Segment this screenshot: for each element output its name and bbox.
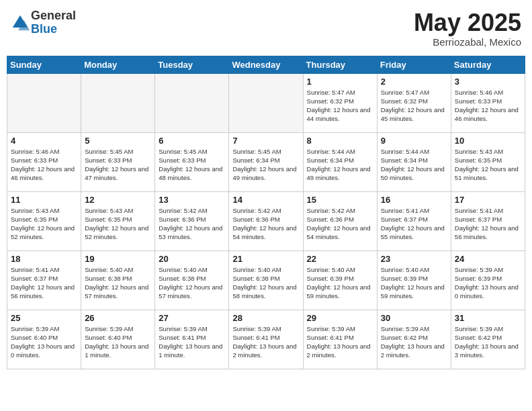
weekday-header: Monday (81, 56, 155, 73)
calendar-day-cell (7, 73, 81, 132)
calendar-day-cell: 20Sunrise: 5:40 AM Sunset: 6:38 PM Dayli… (155, 250, 229, 310)
calendar-day-cell: 26Sunrise: 5:39 AM Sunset: 6:40 PM Dayli… (81, 310, 155, 369)
day-number: 15 (307, 195, 373, 205)
day-info: Sunrise: 5:39 AM Sunset: 6:39 PM Dayligh… (455, 265, 521, 301)
calendar-day-cell: 14Sunrise: 5:42 AM Sunset: 6:36 PM Dayli… (229, 191, 303, 250)
day-info: Sunrise: 5:39 AM Sunset: 6:41 PM Dayligh… (307, 324, 373, 360)
day-info: Sunrise: 5:45 AM Sunset: 6:33 PM Dayligh… (159, 147, 225, 183)
day-info: Sunrise: 5:42 AM Sunset: 6:36 PM Dayligh… (159, 206, 225, 242)
calendar-week-row: 1Sunrise: 5:47 AM Sunset: 6:32 PM Daylig… (7, 73, 525, 132)
day-number: 4 (11, 136, 77, 146)
day-info: Sunrise: 5:44 AM Sunset: 6:34 PM Dayligh… (307, 147, 373, 183)
calendar-day-cell: 27Sunrise: 5:39 AM Sunset: 6:41 PM Dayli… (155, 310, 229, 369)
day-info: Sunrise: 5:44 AM Sunset: 6:34 PM Dayligh… (381, 147, 447, 183)
day-number: 25 (11, 313, 77, 323)
day-number: 24 (455, 254, 521, 264)
day-number: 27 (159, 313, 225, 323)
day-info: Sunrise: 5:43 AM Sunset: 6:35 PM Dayligh… (455, 147, 521, 183)
logo: General Blue (11, 9, 76, 36)
calendar-day-cell: 9Sunrise: 5:44 AM Sunset: 6:34 PM Daylig… (377, 132, 451, 191)
logo-general-text: General (31, 9, 76, 23)
day-number: 17 (455, 195, 521, 205)
calendar-day-cell: 8Sunrise: 5:44 AM Sunset: 6:34 PM Daylig… (303, 132, 377, 191)
day-info: Sunrise: 5:45 AM Sunset: 6:33 PM Dayligh… (85, 147, 151, 183)
day-info: Sunrise: 5:42 AM Sunset: 6:36 PM Dayligh… (232, 206, 299, 242)
day-info: Sunrise: 5:40 AM Sunset: 6:38 PM Dayligh… (232, 265, 299, 301)
day-number: 30 (381, 313, 447, 323)
day-number: 7 (232, 136, 299, 146)
weekday-header: Thursday (303, 56, 377, 73)
calendar-day-cell (81, 73, 155, 132)
day-info: Sunrise: 5:39 AM Sunset: 6:42 PM Dayligh… (455, 324, 521, 360)
day-info: Sunrise: 5:43 AM Sunset: 6:35 PM Dayligh… (85, 206, 151, 242)
calendar-day-cell: 1Sunrise: 5:47 AM Sunset: 6:32 PM Daylig… (303, 73, 377, 132)
calendar-day-cell: 13Sunrise: 5:42 AM Sunset: 6:36 PM Dayli… (155, 191, 229, 250)
weekday-header: Saturday (451, 56, 525, 73)
calendar-day-cell: 5Sunrise: 5:45 AM Sunset: 6:33 PM Daylig… (81, 132, 155, 191)
day-number: 3 (455, 77, 521, 87)
calendar-day-cell: 10Sunrise: 5:43 AM Sunset: 6:35 PM Dayli… (451, 132, 525, 191)
calendar-day-cell: 17Sunrise: 5:41 AM Sunset: 6:37 PM Dayli… (451, 191, 525, 250)
day-info: Sunrise: 5:41 AM Sunset: 6:37 PM Dayligh… (11, 265, 77, 301)
day-number: 28 (232, 313, 299, 323)
calendar-day-cell: 6Sunrise: 5:45 AM Sunset: 6:33 PM Daylig… (155, 132, 229, 191)
day-number: 20 (159, 254, 225, 264)
day-info: Sunrise: 5:45 AM Sunset: 6:34 PM Dayligh… (232, 147, 299, 183)
day-info: Sunrise: 5:47 AM Sunset: 6:32 PM Dayligh… (381, 88, 447, 124)
day-number: 16 (381, 195, 447, 205)
calendar-day-cell: 15Sunrise: 5:42 AM Sunset: 6:36 PM Dayli… (303, 191, 377, 250)
title-block: May 2025 Berriozabal, Mexico (414, 9, 521, 48)
weekday-header: Wednesday (229, 56, 303, 73)
day-info: Sunrise: 5:40 AM Sunset: 6:39 PM Dayligh… (307, 265, 373, 301)
calendar-day-cell: 28Sunrise: 5:39 AM Sunset: 6:41 PM Dayli… (229, 310, 303, 369)
day-number: 31 (455, 313, 521, 323)
day-info: Sunrise: 5:41 AM Sunset: 6:37 PM Dayligh… (381, 206, 447, 242)
day-number: 21 (232, 254, 299, 264)
page-header: General Blue May 2025 Berriozabal, Mexic… (7, 7, 525, 50)
logo-icon (11, 13, 30, 32)
calendar-day-cell: 24Sunrise: 5:39 AM Sunset: 6:39 PM Dayli… (451, 250, 525, 310)
day-number: 5 (85, 136, 151, 146)
calendar-day-cell: 31Sunrise: 5:39 AM Sunset: 6:42 PM Dayli… (451, 310, 525, 369)
calendar-day-cell: 16Sunrise: 5:41 AM Sunset: 6:37 PM Dayli… (377, 191, 451, 250)
weekday-header: Tuesday (155, 56, 229, 73)
calendar-day-cell: 22Sunrise: 5:40 AM Sunset: 6:39 PM Dayli… (303, 250, 377, 310)
calendar-week-row: 18Sunrise: 5:41 AM Sunset: 6:37 PM Dayli… (7, 250, 525, 310)
calendar-day-cell: 4Sunrise: 5:46 AM Sunset: 6:33 PM Daylig… (7, 132, 81, 191)
calendar-day-cell: 12Sunrise: 5:43 AM Sunset: 6:35 PM Dayli… (81, 191, 155, 250)
calendar-day-cell (229, 73, 303, 132)
logo-blue-text: Blue (31, 23, 76, 36)
calendar-week-row: 11Sunrise: 5:43 AM Sunset: 6:35 PM Dayli… (7, 191, 525, 250)
day-info: Sunrise: 5:40 AM Sunset: 6:38 PM Dayligh… (85, 265, 151, 301)
calendar-day-cell: 21Sunrise: 5:40 AM Sunset: 6:38 PM Dayli… (229, 250, 303, 310)
calendar-day-cell (155, 73, 229, 132)
calendar-day-cell: 30Sunrise: 5:39 AM Sunset: 6:42 PM Dayli… (377, 310, 451, 369)
calendar-day-cell: 2Sunrise: 5:47 AM Sunset: 6:32 PM Daylig… (377, 73, 451, 132)
day-number: 2 (381, 77, 447, 87)
day-info: Sunrise: 5:42 AM Sunset: 6:36 PM Dayligh… (307, 206, 373, 242)
calendar-table: SundayMondayTuesdayWednesdayThursdayFrid… (7, 56, 525, 369)
calendar-week-row: 25Sunrise: 5:39 AM Sunset: 6:40 PM Dayli… (7, 310, 525, 369)
day-info: Sunrise: 5:47 AM Sunset: 6:32 PM Dayligh… (307, 88, 373, 124)
calendar-week-row: 4Sunrise: 5:46 AM Sunset: 6:33 PM Daylig… (7, 132, 525, 191)
calendar-day-cell: 19Sunrise: 5:40 AM Sunset: 6:38 PM Dayli… (81, 250, 155, 310)
day-info: Sunrise: 5:46 AM Sunset: 6:33 PM Dayligh… (455, 88, 521, 124)
day-info: Sunrise: 5:43 AM Sunset: 6:35 PM Dayligh… (11, 206, 77, 242)
weekday-header-row: SundayMondayTuesdayWednesdayThursdayFrid… (7, 56, 525, 73)
day-number: 19 (85, 254, 151, 264)
day-info: Sunrise: 5:40 AM Sunset: 6:38 PM Dayligh… (159, 265, 225, 301)
calendar-day-cell: 29Sunrise: 5:39 AM Sunset: 6:41 PM Dayli… (303, 310, 377, 369)
day-info: Sunrise: 5:41 AM Sunset: 6:37 PM Dayligh… (455, 206, 521, 242)
day-number: 22 (307, 254, 373, 264)
day-number: 9 (381, 136, 447, 146)
day-number: 18 (11, 254, 77, 264)
day-info: Sunrise: 5:40 AM Sunset: 6:39 PM Dayligh… (381, 265, 447, 301)
day-info: Sunrise: 5:39 AM Sunset: 6:40 PM Dayligh… (11, 324, 77, 360)
day-number: 23 (381, 254, 447, 264)
day-info: Sunrise: 5:39 AM Sunset: 6:41 PM Dayligh… (159, 324, 225, 360)
calendar-day-cell: 18Sunrise: 5:41 AM Sunset: 6:37 PM Dayli… (7, 250, 81, 310)
day-number: 8 (307, 136, 373, 146)
day-number: 13 (159, 195, 225, 205)
month-title: May 2025 (414, 9, 521, 36)
day-number: 29 (307, 313, 373, 323)
